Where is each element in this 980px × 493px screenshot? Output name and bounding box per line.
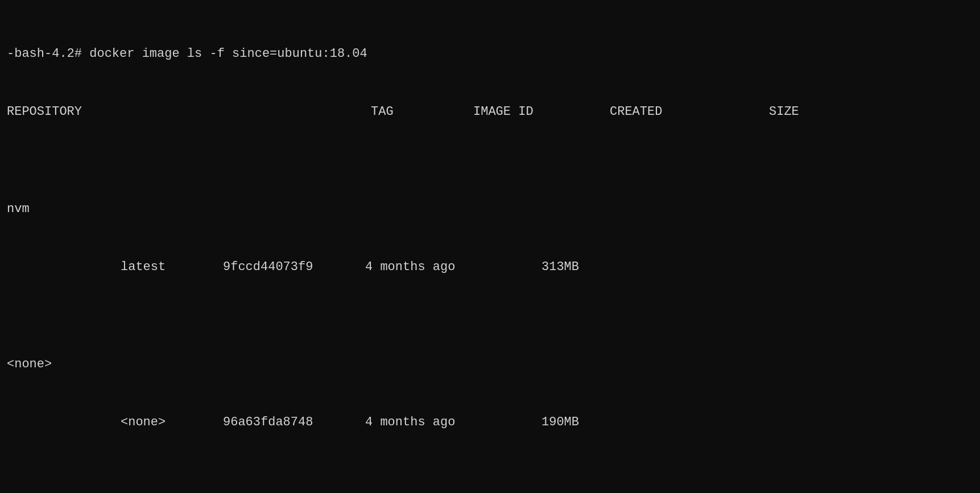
- repo-name: nvm: [7, 202, 30, 216]
- imageid-value: 96a63fda8748: [223, 413, 365, 432]
- size-value: 313MB: [541, 260, 579, 274]
- repo-name: <none>: [7, 357, 52, 371]
- prompt1: -bash-4.2#: [7, 47, 82, 61]
- imageid-value: 9fccd44073f9: [223, 258, 365, 277]
- header-row: REPOSITORYTAGIMAGE IDCREATEDSIZE: [7, 102, 973, 122]
- created-value: 4 months ago: [365, 413, 541, 432]
- list-item: <none>: [7, 355, 973, 374]
- command-line: -bash-4.2# docker image ls -f since=ubun…: [7, 44, 973, 64]
- col-header-created: CREATED: [610, 102, 769, 122]
- tag-value: <none>: [121, 413, 223, 432]
- col-header-size: SIZE: [769, 105, 799, 119]
- list-item: nvm: [7, 200, 973, 219]
- command-text: docker image ls -f since=ubuntu:18.04: [89, 47, 367, 61]
- col-header-tag: TAG: [371, 102, 473, 122]
- tag-value: latest: [121, 258, 223, 277]
- created-value: 4 months ago: [365, 258, 541, 277]
- col-header-repo: REPOSITORY: [7, 102, 371, 122]
- size-value: 190MB: [541, 415, 579, 429]
- list-item: latest9fccd44073f94 months ago313MB: [7, 258, 973, 277]
- terminal-window: -bash-4.2# docker image ls -f since=ubun…: [0, 0, 980, 493]
- list-item: <none>96a63fda87484 months ago190MB: [7, 413, 973, 432]
- col-header-imageid: IMAGE ID: [473, 102, 610, 122]
